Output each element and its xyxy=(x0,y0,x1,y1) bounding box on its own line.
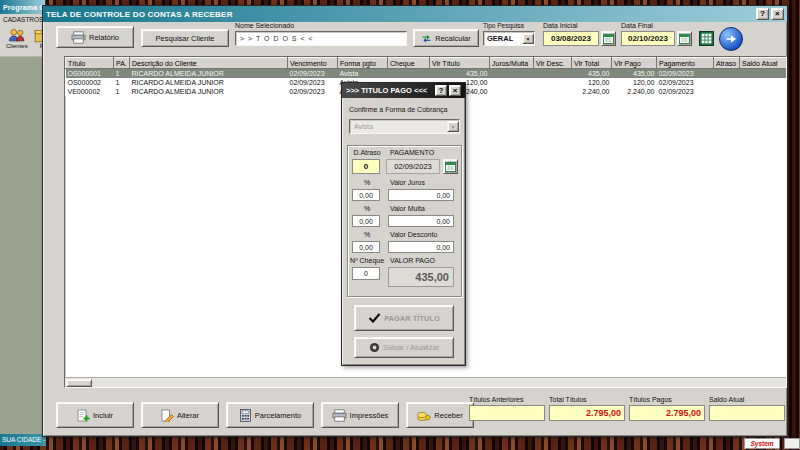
multa-pct-field[interactable]: 0,00 xyxy=(352,215,380,227)
delay-field[interactable]: 0 xyxy=(352,159,380,174)
calendar-icon xyxy=(679,33,690,44)
cheque-label: Nº Cheque xyxy=(350,257,384,264)
billing-type-value: Avista xyxy=(350,123,447,130)
summary-label: Títulos Anteriores xyxy=(469,396,545,403)
table-row[interactable]: OS0000011RICARDO ALMEIDA JUNIOR02/09/202… xyxy=(66,69,788,79)
delay-label: D.Atraso xyxy=(350,149,384,156)
help-button[interactable]: ? xyxy=(756,8,769,20)
column-header[interactable]: Saldo Atual xyxy=(740,58,788,69)
column-header[interactable]: Vlr Pago xyxy=(612,58,657,69)
multa-label: Valor Multa xyxy=(390,205,425,212)
system-badge: System xyxy=(744,438,780,449)
installment-button[interactable]: Parcelamento xyxy=(226,402,314,428)
close-button[interactable]: × xyxy=(771,8,784,20)
toolbar-button-clientes-label: Clientes xyxy=(6,43,28,49)
desconto-label: Valor Desconto xyxy=(390,231,437,238)
column-header[interactable]: Título xyxy=(66,58,114,69)
cheque-field[interactable]: 0 xyxy=(352,267,380,280)
receive-button[interactable]: Receber xyxy=(406,402,474,428)
payment-groupbox: D.Atraso PAGAMENTO 0 02/09/2023 % Valor … xyxy=(347,145,462,297)
installment-button-label: Parcelamento xyxy=(255,411,301,420)
recalculate-button[interactable]: Recalcular xyxy=(413,29,479,47)
column-header[interactable]: Pagamento xyxy=(657,58,714,69)
column-header[interactable]: Juros/Multa xyxy=(490,58,534,69)
background-app-statusbar: SUA CIDADE - xyxy=(0,434,46,446)
go-button[interactable] xyxy=(719,27,743,51)
column-header[interactable]: Atraso xyxy=(714,58,740,69)
save-icon xyxy=(369,342,380,353)
column-header[interactable]: Vlr Título xyxy=(430,58,490,69)
valor-pago-label: VALOR PAGO xyxy=(390,257,435,264)
search-client-button[interactable]: Pesquisar Cliente xyxy=(141,29,229,47)
save-update-button-label: Salvar / Atualizar xyxy=(383,343,439,352)
summary-label: Títulos Pagos xyxy=(629,396,705,403)
end-date-field[interactable]: 02/10/2023 xyxy=(621,31,675,46)
end-date-calendar-button[interactable] xyxy=(677,31,692,46)
summary-total-titulos: Total Títulos 2.795,00 xyxy=(549,396,625,421)
export-excel-button[interactable] xyxy=(698,30,715,47)
save-update-button[interactable]: Salvar / Atualizar xyxy=(354,337,454,358)
billing-type-select[interactable]: Avista ▼ xyxy=(349,119,460,134)
column-header[interactable]: Vlr Desc. xyxy=(534,58,572,69)
summary-label: Saldo Atual xyxy=(709,396,785,403)
delay-value: 0 xyxy=(364,162,368,171)
payment-date-field[interactable]: 02/09/2023 xyxy=(386,159,440,174)
search-type-value: GERAL xyxy=(484,34,522,43)
valor-pago-value: 435,00 xyxy=(415,271,449,283)
multa-pct-label: % xyxy=(350,205,384,212)
include-button[interactable]: Incluir xyxy=(56,402,134,428)
chevron-down-icon[interactable]: ▼ xyxy=(447,121,459,132)
payment-label: PAGAMENTO xyxy=(390,149,434,156)
report-button-label: Relatório xyxy=(89,33,119,42)
dialog-close-button[interactable]: × xyxy=(449,85,461,96)
report-button[interactable]: Relatório xyxy=(56,26,134,48)
column-header[interactable]: Forma pgto xyxy=(338,58,388,69)
receive-button-label: Receber xyxy=(434,411,462,420)
valor-pago-field[interactable]: 435,00 xyxy=(388,267,454,287)
grid-hscrollbar-thumb[interactable] xyxy=(66,379,92,387)
window-titlebar[interactable]: TELA DE CONTROLE DO CONTAS A RECEBER ? × xyxy=(43,6,787,22)
column-header[interactable]: Descrição do Cliente xyxy=(130,58,288,69)
start-date-calendar-button[interactable] xyxy=(601,31,616,46)
juros-value-field[interactable]: 0,00 xyxy=(388,189,454,201)
print-button[interactable]: Impressões xyxy=(321,402,399,428)
toolbar-button-clientes[interactable]: Clientes xyxy=(6,28,28,49)
desconto-pct-label: % xyxy=(350,231,384,238)
column-header[interactable]: Vlr Total xyxy=(572,58,612,69)
juros-pct-label: % xyxy=(350,179,384,186)
grid-hscrollbar[interactable] xyxy=(65,377,786,387)
column-header[interactable]: PA. xyxy=(114,58,130,69)
background-app-titlebar[interactable]: Programa C xyxy=(0,0,45,14)
column-header[interactable]: Cheque xyxy=(388,58,430,69)
summary-value: 2.795,00 xyxy=(549,405,625,421)
juros-pct-field[interactable]: 0,00 xyxy=(352,189,380,201)
selected-name-input[interactable]: > > T O D O S < < xyxy=(235,31,407,46)
desconto-value-field[interactable]: 0,00 xyxy=(388,241,454,253)
dialog-titlebar[interactable]: >>> TITULO PAGO <<< ? × xyxy=(342,83,465,98)
payment-calendar-button[interactable] xyxy=(443,159,458,174)
summary-label: Total Títulos xyxy=(549,396,625,403)
recalculate-button-label: Recalcular xyxy=(435,34,470,43)
juros-label: Valor Juros xyxy=(390,179,425,186)
cheque-value: 0 xyxy=(364,270,368,277)
start-date-label: Data Inicial xyxy=(543,22,578,29)
refresh-icon xyxy=(421,34,432,43)
arrow-right-icon xyxy=(725,34,737,44)
pay-title-button[interactable]: PAGAR TÍTULO xyxy=(354,305,454,331)
window-title: TELA DE CONTROLE DO CONTAS A RECEBER xyxy=(46,10,233,19)
dialog-help-button[interactable]: ? xyxy=(435,85,447,96)
column-header[interactable]: Vencimento xyxy=(288,58,338,69)
start-date-field[interactable]: 03/08/2023 xyxy=(543,31,599,46)
desktop: Programa C CADASTROS Clientes xyxy=(0,0,800,450)
desconto-pct-field[interactable]: 0,00 xyxy=(352,241,380,253)
end-date-label: Data Final xyxy=(621,22,653,29)
menu-cadastros[interactable]: CADASTROS xyxy=(0,14,45,26)
chevron-down-icon[interactable]: ▼ xyxy=(522,33,534,44)
edit-button[interactable]: Alterar xyxy=(141,402,219,428)
multa-value-field[interactable]: 0,00 xyxy=(388,215,454,227)
coins-icon xyxy=(417,409,431,421)
taskbar-sliver xyxy=(784,438,800,449)
search-type-select[interactable]: GERAL ▼ xyxy=(483,31,535,46)
add-record-icon xyxy=(77,409,90,422)
calendar-icon xyxy=(603,33,614,44)
